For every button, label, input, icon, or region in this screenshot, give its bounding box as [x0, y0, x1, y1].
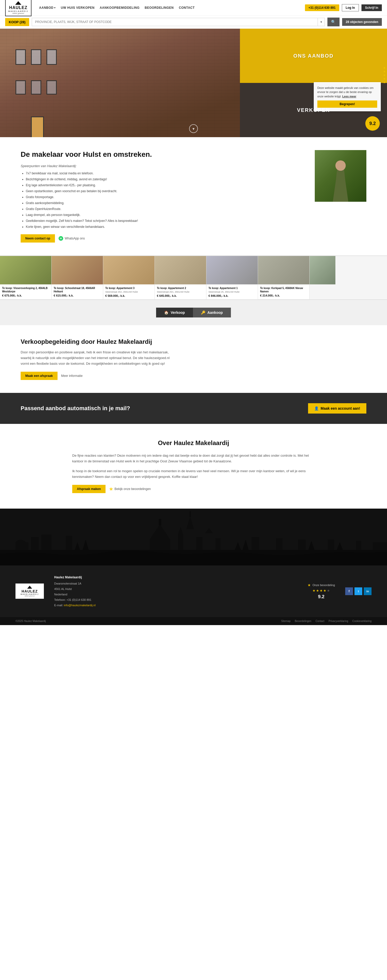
- nav-contact[interactable]: CONTACT: [179, 6, 195, 10]
- beoordelingen-footer-link[interactable]: Beoordelingen: [295, 620, 311, 622]
- svg-rect-10: [186, 529, 194, 550]
- cookie-accept-button[interactable]: Begrepen!: [317, 100, 377, 108]
- logo-haulez: HAULEZ: [8, 5, 29, 10]
- star-3: ★: [320, 589, 323, 593]
- beoordelingen-link[interactable]: ⭐ Bekijk onze beoordelingen: [109, 487, 151, 491]
- footer-rating-label: ★ Onze beoordeling: [308, 583, 335, 587]
- property-price: € 846.000,- k.k.: [208, 294, 256, 297]
- signup-button[interactable]: Schrijf In: [362, 5, 382, 11]
- footer-email-link[interactable]: info@haulezmakelardij.nl: [64, 604, 95, 607]
- footer-rating-number: 9.2: [318, 594, 325, 600]
- property-card[interactable]: Te koop: Appartement 3 Steenstraat 25A, …: [103, 256, 155, 299]
- svg-rect-24: [328, 539, 334, 550]
- star-1: ★: [312, 589, 316, 593]
- properties-strip: Te koop: Vissersverkoping 2, 4564LB West…: [0, 255, 387, 300]
- about-image: [315, 150, 366, 202]
- footer-address: Dwarsmolenstraat 1A: [54, 581, 95, 586]
- header: HAULEZ makelaardij lekker gewoon AANBOD▾…: [0, 0, 387, 16]
- whatsapp-button[interactable]: W WhatsApp ons: [59, 236, 85, 241]
- cookie-text: Deze website maakt gebruik van cookies o…: [317, 86, 377, 99]
- review-icon: ⭐: [109, 487, 113, 491]
- nav-verkopen[interactable]: UW HUIS VERKOPEN: [61, 6, 95, 10]
- property-addr: Steenstraat 25A, 4561AM Hulst: [105, 291, 152, 293]
- verkoop-toggle-button[interactable]: 🏠 Verkoop: [156, 308, 193, 317]
- property-card[interactable]: Te koop: Schoolstraat 18, 4566AR Heikant…: [52, 256, 103, 299]
- footer-company-name: Haulez Makelaardij: [54, 574, 95, 581]
- property-card[interactable]: Te koop: Kerkpad 5, 4568AK Nieuw Namen €…: [258, 256, 309, 299]
- svg-rect-18: [252, 537, 259, 550]
- search-button[interactable]: 🔍: [327, 18, 339, 26]
- property-card[interactable]: Te koop: Appartement 2 Steenstraat 25A, …: [155, 256, 206, 299]
- skyline: [0, 509, 387, 565]
- logo-tagline: lekker gewoon: [8, 13, 29, 14]
- svg-rect-8: [178, 535, 183, 550]
- footer-rating-area: ★ Onze beoordeling ★ ★ ★ ★ ★ 9.2: [308, 583, 335, 600]
- property-title: Te koop: Vissersverkoping 2, 4564LB West…: [2, 286, 49, 293]
- footer-city: 4561 AL Hulst: [54, 586, 95, 592]
- hero-house-bg: [0, 29, 240, 137]
- over-title: Over Haulez Makelaardij: [72, 439, 315, 447]
- meer-info-link[interactable]: Meer informatie: [61, 374, 82, 378]
- hero: ONS AANBOD VERKOPEN 9.2 Deze website maa…: [0, 29, 387, 137]
- hero-aanbod-text: ONS AANBOD: [293, 53, 334, 59]
- list-item: Erg lage advertentiekosten van €25,- per…: [26, 183, 302, 188]
- property-card[interactable]: Te koop: Vissersverkoping 2, 4564LB West…: [0, 256, 52, 299]
- verkoop-text-body: Door mijn persoonlijke en positieve aanp…: [21, 350, 175, 366]
- linkedin-icon[interactable]: in: [364, 587, 371, 595]
- facebook-icon[interactable]: f: [345, 587, 353, 595]
- cookie-link[interactable]: Lees meer: [343, 95, 356, 98]
- footer-logo: HAULEZ makelaardij lekker gewoon: [16, 584, 44, 599]
- nav-aanbod[interactable]: AANBOD▾: [39, 6, 56, 10]
- phone-badge: +31 (0)114 630 891: [305, 5, 339, 11]
- copyright-links: Sitemap Beoordelingen Contact Privacyver…: [281, 620, 371, 622]
- property-card[interactable]: Te koop: Appartement 1 Steenstraat 25, 4…: [206, 256, 258, 299]
- footer-logo-makelaardij: makelaardij: [19, 593, 40, 595]
- koop-filter[interactable]: KOOP (28): [5, 18, 29, 26]
- search-results-count: 28 objecten gevonden: [342, 18, 382, 26]
- footer-social: f t in: [345, 587, 371, 595]
- search-dropdown-btn[interactable]: ▾: [317, 18, 325, 26]
- login-button[interactable]: Log In: [342, 4, 359, 11]
- rating-badge: 9.2: [365, 116, 380, 131]
- about-subtitle: Speerpunten van Haulez Makelaardij:: [21, 164, 302, 168]
- cookie-footer-link[interactable]: Cookieverklaring: [352, 620, 371, 622]
- svg-rect-5: [150, 539, 170, 550]
- svg-rect-25: [346, 537, 354, 550]
- property-card-partial: [309, 256, 335, 299]
- svg-rect-13: [196, 537, 203, 550]
- key-icon: 🔑: [201, 310, 205, 315]
- svg-rect-28: [373, 542, 387, 550]
- over-afspraak-button[interactable]: Afspraak maken: [72, 485, 106, 493]
- sitemap-link[interactable]: Sitemap: [281, 620, 291, 622]
- list-item: Geen opstartkosten, geen voorschot en pa…: [26, 189, 302, 194]
- about-list: 7x7 bereikbaar via mail, social media en…: [21, 171, 302, 229]
- svg-rect-12: [190, 511, 191, 517]
- search-input[interactable]: [32, 18, 317, 26]
- afspraak-button[interactable]: Maak een afspraak: [21, 372, 57, 380]
- footer-logo-haulez: HAULEZ: [19, 589, 40, 593]
- logo[interactable]: HAULEZ makelaardij lekker gewoon: [5, 0, 32, 16]
- hero-scroll[interactable]: ▾: [189, 124, 198, 133]
- twitter-icon[interactable]: t: [354, 587, 362, 595]
- property-price: € 569.000,- k.k.: [105, 294, 152, 297]
- over-text-2: Ik hoop in de toekomst een rol te mogen …: [72, 468, 315, 480]
- rating-number: 9.2: [369, 121, 376, 126]
- nav-beoordelingen[interactable]: BEOORDELINGEN: [145, 6, 174, 10]
- contact-footer-link[interactable]: Contact: [316, 620, 324, 622]
- property-title: Te koop: Appartement 1: [208, 286, 256, 290]
- list-item: Bezichtigingen in de ochtend, middag, av…: [26, 177, 302, 181]
- hero-aanbod-panel[interactable]: ONS AANBOD: [240, 29, 387, 83]
- whatsapp-icon: W: [59, 236, 63, 241]
- create-account-button[interactable]: 👤 Maak een account aan!: [308, 403, 366, 414]
- svg-rect-14: [205, 533, 213, 550]
- header-right: +31 (0)114 630 891 Log In Schrijf In: [305, 4, 382, 11]
- property-info: Te koop: Appartement 2 Steenstraat 25A, …: [155, 285, 206, 299]
- main-nav: AANBOD▾ UW HUIS VERKOPEN AANKOOPBEMIDDEL…: [39, 6, 305, 10]
- nav-aankoop[interactable]: AANKOOPBEMIDDELING: [100, 6, 139, 10]
- property-info: Te koop: Vissersverkoping 2, 4564LB West…: [0, 285, 51, 299]
- privacy-link[interactable]: Privacyverklaring: [328, 620, 348, 622]
- footer-stars-row: ★ ★ ★ ★ ★: [312, 589, 330, 593]
- about-buttons: Neem contact op W WhatsApp ons: [21, 234, 302, 243]
- contact-button[interactable]: Neem contact op: [21, 234, 55, 243]
- aankoop-toggle-button[interactable]: 🔑 Aankoop: [193, 308, 231, 317]
